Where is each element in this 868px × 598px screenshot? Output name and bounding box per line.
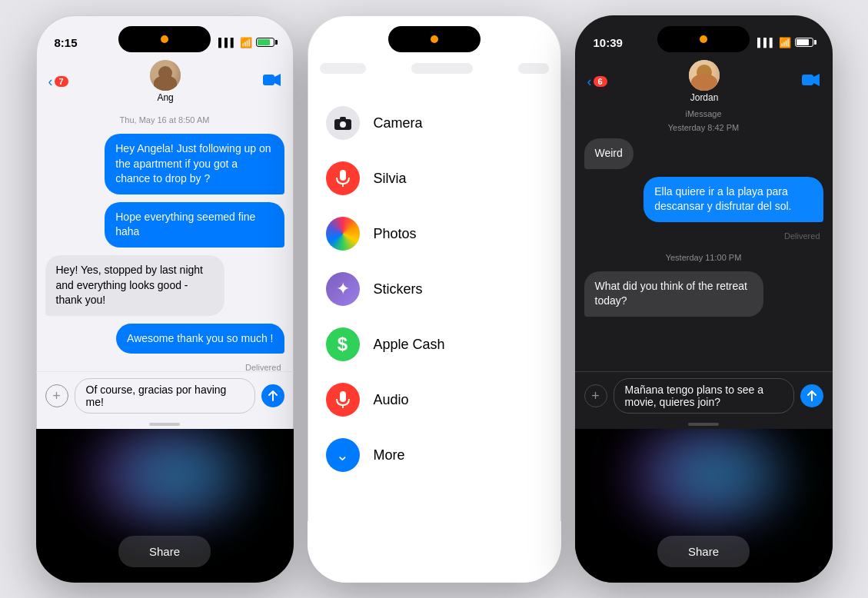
message-bubble: What did you think of the retreat today? [584,271,763,317]
svg-marker-10 [813,74,820,86]
wifi-icon-3: 📶 [779,37,791,48]
nav-bar-3: ‹ 6 Jordan [575,57,833,109]
silvia-label: Silvia [374,171,407,187]
scroll-indicator-3 [688,423,719,426]
delivered-label-1: Delivered [45,363,284,371]
camera-menu-icon [326,106,360,140]
glow-orb-cyan-1 [108,437,247,513]
list-item[interactable]: Audio [308,372,561,427]
chevron-left-icon-3: ‹ [587,74,592,90]
camera-label: Camera [374,115,423,131]
orange-dot-2 [431,35,438,43]
list-item[interactable]: ✦ Stickers [308,261,561,317]
message-input-1[interactable]: Of course, gracias por having me! [75,378,255,414]
menu-content-2: Camera Silvia [308,80,561,521]
status-time-1: 8:15 [55,36,78,49]
message-bubble: Weird [584,138,634,169]
table-row: Ella quiere ir a la playa para descansar… [584,177,823,222]
message-bubble: Hey Angela! Just following up on the apa… [105,134,284,194]
list-item[interactable]: $ Apple Cash [308,317,561,372]
apple-cash-label: Apple Cash [374,337,445,353]
share-button-3[interactable]: Share [657,536,750,567]
orange-dot-3 [700,35,707,43]
phone2-bottom [308,521,561,583]
message-bubble: Hope everything seemed fine haha [105,202,284,248]
input-bar-3: + Mañana tengo plans to see a movie, qui… [575,371,833,420]
back-button-1[interactable]: ‹ 7 [48,74,68,90]
silvia-menu-icon [326,161,360,195]
stickers-label: Stickers [374,281,423,297]
bottom-glow-3: Share [575,429,833,583]
phone-2: Camera Silvia [308,15,561,583]
dynamic-island-1 [118,26,211,52]
message-bubble: Awesome thank you so much ! [116,324,284,354]
status-icons-1: ▌▌▌ 📶 [218,37,274,48]
table-row: What did you think of the retreat today? [584,271,823,317]
phone-3: 10:39 ▌▌▌ 📶 ‹ 6 [575,15,833,583]
table-row: Weird [584,138,823,169]
nav-center-1[interactable]: Ang [150,60,181,103]
list-item[interactable]: Photos [308,206,561,261]
photos-menu-icon [326,217,360,251]
chat-area-1: Thu, May 16 at 8:50 AM Hey Angela! Just … [36,109,294,371]
message-bubble: Hey! Yes, stopped by last night and ever… [45,255,224,316]
svg-marker-1 [274,74,281,86]
back-badge-3[interactable]: 6 [594,76,607,87]
imessage-label-3: iMessage [575,109,833,118]
scroll-indicator-1 [149,423,180,426]
phone-1: 8:15 ▌▌▌ 📶 ‹ 7 [36,15,294,583]
timestamp-3a: Yesterday 8:42 PM [575,123,833,132]
nav-center-3[interactable]: Jordan [689,60,720,103]
message-input-3[interactable]: Mañana tengo plans to see a movie, quier… [614,378,794,414]
send-button-1[interactable] [261,384,284,407]
svg-rect-7 [340,391,346,402]
dynamic-island-3 [657,26,750,52]
timestamp-1: Thu, May 16 at 8:50 AM [45,115,284,125]
list-item[interactable]: Camera [308,95,561,151]
battery-icon-1 [256,38,274,47]
avatar-3 [689,60,720,91]
video-call-button-1[interactable] [263,73,281,91]
back-button-3[interactable]: ‹ 6 [587,74,607,90]
dynamic-island-2 [388,26,481,52]
svg-rect-5 [340,170,346,181]
svg-rect-0 [263,75,274,85]
svg-point-3 [340,121,346,128]
table-row: Hope everything seemed fine haha [45,202,284,248]
photos-label: Photos [374,226,417,242]
audio-label: Audio [374,392,409,408]
svg-rect-9 [802,75,813,85]
send-button-3[interactable] [800,384,823,407]
avatar-1 [150,60,181,91]
chevron-left-icon-1: ‹ [48,74,53,90]
contact-name-1: Ang [157,92,173,103]
nav-bar-1: ‹ 7 Ang [36,57,294,109]
timestamp-3b: Yesterday 11:00 PM [584,253,823,262]
orange-dot-1 [161,35,168,43]
more-label: More [374,447,405,463]
signal-icon-3: ▌▌▌ [757,38,775,47]
status-icons-3: ▌▌▌ 📶 [757,37,813,48]
add-button-1[interactable]: + [45,384,68,407]
battery-icon-3 [795,38,813,47]
stickers-menu-icon: ✦ [326,272,360,306]
chat-area-3: Weird Ella quiere ir a la playa para des… [575,135,833,371]
audio-menu-icon [326,383,360,417]
glow-orb-cyan-3 [647,437,786,513]
delivered-label-3: Delivered [584,231,823,241]
wifi-icon-1: 📶 [240,37,252,48]
bottom-glow-1: Share [36,429,294,583]
share-button-1[interactable]: Share [118,536,211,567]
table-row: Awesome thank you so much ! [45,324,284,354]
status-time-3: 10:39 [594,36,623,49]
blurred-header-2 [308,57,561,80]
list-item[interactable]: Silvia [308,151,561,206]
more-menu-icon: ⌄ [326,438,360,472]
list-item[interactable]: ⌄ More [308,427,561,483]
table-row: Hey! Yes, stopped by last night and ever… [45,255,284,316]
video-call-button-3[interactable] [802,73,820,91]
message-bubble: Ella quiere ir a la playa para descansar… [644,177,823,222]
back-badge-1[interactable]: 7 [55,76,68,87]
add-button-3[interactable]: + [584,384,607,407]
svg-rect-4 [340,117,346,120]
